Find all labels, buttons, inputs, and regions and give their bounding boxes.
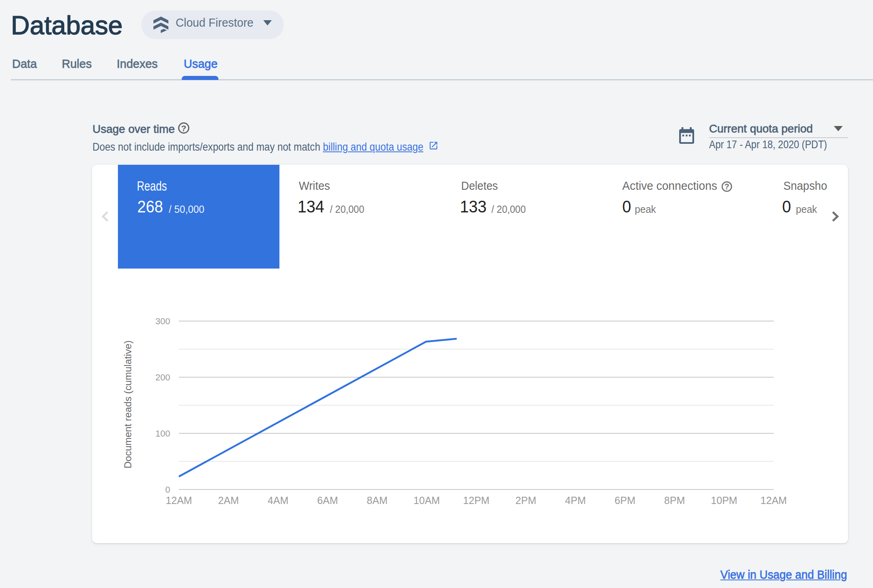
svg-text:6AM: 6AM: [317, 495, 338, 506]
svg-text:10AM: 10AM: [413, 495, 440, 506]
svg-text:?: ?: [724, 182, 729, 191]
svg-text:?: ?: [181, 124, 187, 133]
svg-text:2PM: 2PM: [516, 495, 536, 506]
svg-text:8PM: 8PM: [664, 495, 685, 506]
svg-text:8AM: 8AM: [367, 495, 387, 506]
svg-text:0: 0: [165, 485, 170, 495]
svg-text:4AM: 4AM: [268, 495, 288, 506]
svg-text:12PM: 12PM: [463, 495, 489, 506]
svg-text:12AM: 12AM: [760, 495, 787, 506]
svg-text:4PM: 4PM: [565, 495, 585, 506]
svg-text:2AM: 2AM: [218, 495, 239, 506]
svg-text:200: 200: [155, 372, 170, 382]
svg-text:300: 300: [155, 316, 170, 326]
svg-text:10PM: 10PM: [711, 495, 737, 506]
svg-text:12AM: 12AM: [166, 495, 192, 506]
svg-text:Document reads (cumulative): Document reads (cumulative): [123, 340, 133, 468]
svg-text:6PM: 6PM: [615, 495, 635, 506]
svg-text:100: 100: [155, 428, 170, 439]
